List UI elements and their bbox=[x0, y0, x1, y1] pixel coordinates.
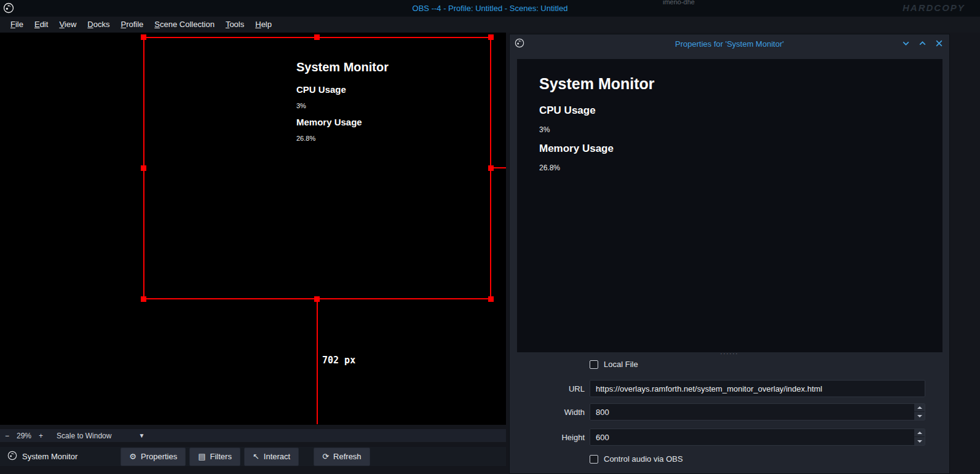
height-input[interactable] bbox=[590, 429, 925, 446]
source-toolbar: System Monitor ⚙ Properties ▤ Filters ↖ … bbox=[0, 447, 506, 466]
resize-handle-top-center[interactable] bbox=[314, 34, 320, 40]
width-spin-down-icon[interactable] bbox=[914, 412, 925, 420]
scale-mode-dropdown[interactable]: Scale to Window bbox=[57, 432, 111, 440]
source-title-text: System Monitor bbox=[296, 60, 389, 74]
splitter-handle[interactable]: ······ bbox=[510, 350, 949, 357]
selected-source-bounds[interactable]: System Monitor CPU Usage 3% Memory Usage… bbox=[143, 37, 491, 299]
zoom-level-value: 29% bbox=[14, 432, 34, 440]
window-title: OBS --4 - Profile: Untitled - Scenes: Un… bbox=[0, 4, 980, 13]
height-spin-down-icon[interactable] bbox=[914, 437, 925, 445]
preview-cpu-label: CPU Usage bbox=[539, 105, 655, 117]
width-spin-up-icon[interactable] bbox=[914, 404, 925, 412]
source-memory-label: Memory Usage bbox=[296, 117, 389, 127]
resize-handle-top-left[interactable] bbox=[141, 34, 146, 40]
refresh-button[interactable]: ⟳ Refresh bbox=[314, 448, 369, 466]
width-label: Width bbox=[510, 408, 585, 417]
control-audio-row: Control audio via OBS bbox=[590, 454, 683, 464]
dimension-label: 702 px bbox=[322, 355, 355, 366]
source-cpu-value: 3% bbox=[296, 102, 389, 109]
refresh-button-label: Refresh bbox=[333, 452, 362, 461]
properties-titlebar[interactable]: Properties for 'System Monitor' bbox=[510, 34, 949, 53]
url-label: URL bbox=[510, 384, 585, 393]
resize-handle-bottom-right[interactable] bbox=[488, 296, 494, 302]
preview-memory-label: Memory Usage bbox=[539, 143, 655, 155]
source-memory-value: 26.8% bbox=[296, 135, 389, 142]
menu-item-docks[interactable]: Docks bbox=[82, 17, 115, 33]
preview-rendered-content: System Monitor CPU Usage 3% Memory Usage… bbox=[539, 75, 655, 181]
resize-handle-middle-left[interactable] bbox=[141, 165, 146, 171]
menu-item-scene-collection[interactable]: Scene Collection bbox=[149, 17, 220, 33]
height-spin-up-icon[interactable] bbox=[914, 429, 925, 437]
height-label: Height bbox=[510, 433, 585, 442]
local-file-row: Local File bbox=[590, 360, 638, 369]
source-rendered-content: System Monitor CPU Usage 3% Memory Usage… bbox=[296, 60, 389, 149]
selected-source-name: System Monitor bbox=[22, 452, 77, 461]
close-icon[interactable] bbox=[935, 39, 943, 47]
vertical-guide-line bbox=[317, 299, 318, 424]
chevron-up-icon[interactable] bbox=[919, 39, 927, 47]
preview-cpu-value: 3% bbox=[539, 125, 655, 134]
window-titlebar: imeno-dhe OBS --4 - Profile: Untitled - … bbox=[0, 0, 980, 17]
menubar: File Edit View Docks Profile Scene Colle… bbox=[0, 17, 980, 33]
local-file-label: Local File bbox=[604, 360, 638, 369]
menu-item-file[interactable]: File bbox=[5, 17, 29, 33]
interact-button-label: Interact bbox=[264, 452, 290, 461]
url-field-wrap bbox=[590, 380, 925, 397]
resize-handle-top-right[interactable] bbox=[488, 34, 494, 40]
menu-item-tools[interactable]: Tools bbox=[220, 17, 250, 33]
resize-handle-bottom-left[interactable] bbox=[141, 296, 146, 302]
interact-cursor-icon: ↖ bbox=[253, 452, 259, 461]
menu-item-edit[interactable]: Edit bbox=[29, 17, 53, 33]
scene-preview-canvas[interactable]: System Monitor CPU Usage 3% Memory Usage… bbox=[0, 33, 506, 425]
menu-item-help[interactable]: Help bbox=[250, 17, 277, 33]
preview-zoom-toolbar: − 29% + Scale to Window ▼ bbox=[0, 429, 506, 442]
control-audio-checkbox[interactable] bbox=[590, 455, 598, 464]
width-input[interactable] bbox=[590, 403, 925, 421]
zoom-in-button[interactable]: + bbox=[34, 432, 48, 440]
filters-button[interactable]: ▤ Filters bbox=[189, 448, 240, 466]
filters-button-label: Filters bbox=[210, 452, 232, 461]
url-input[interactable] bbox=[590, 380, 925, 397]
interact-button[interactable]: ↖ Interact bbox=[244, 448, 299, 466]
refresh-icon: ⟳ bbox=[322, 452, 329, 461]
width-spinbox bbox=[590, 403, 925, 421]
source-type-icon bbox=[7, 451, 17, 463]
preview-memory-value: 26.8% bbox=[539, 164, 655, 172]
source-cpu-label: CPU Usage bbox=[296, 84, 389, 95]
properties-button-label: Properties bbox=[141, 452, 177, 461]
preview-title-text: System Monitor bbox=[539, 75, 655, 93]
filter-icon: ▤ bbox=[198, 452, 205, 461]
properties-button[interactable]: ⚙ Properties bbox=[121, 448, 186, 466]
local-file-checkbox[interactable] bbox=[590, 360, 598, 369]
properties-title: Properties for 'System Monitor' bbox=[510, 39, 949, 49]
properties-source-preview: System Monitor CPU Usage 3% Memory Usage… bbox=[517, 59, 942, 352]
menu-item-view[interactable]: View bbox=[53, 17, 82, 33]
scale-mode-caret-icon[interactable]: ▼ bbox=[138, 432, 144, 439]
gear-icon: ⚙ bbox=[129, 452, 136, 461]
control-audio-label: Control audio via OBS bbox=[604, 454, 683, 464]
background-watermark-text: HARDCOPY bbox=[903, 2, 965, 13]
height-spinbox bbox=[590, 429, 925, 446]
zoom-out-button[interactable]: − bbox=[0, 432, 14, 440]
menu-item-profile[interactable]: Profile bbox=[115, 17, 149, 33]
horizontal-guide-line bbox=[492, 167, 506, 168]
properties-window: Properties for 'System Monitor' System M… bbox=[509, 34, 950, 474]
chevron-down-icon[interactable] bbox=[902, 39, 910, 47]
